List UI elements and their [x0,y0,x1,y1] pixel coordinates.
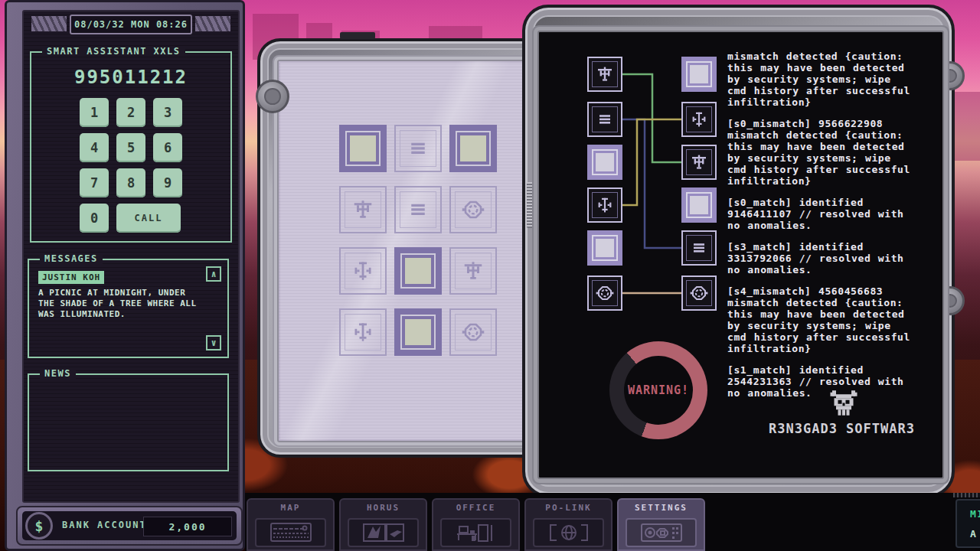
key-3[interactable]: 3 [153,98,182,127]
tab-po-link[interactable]: PO-LINK [524,498,612,551]
glyph-tile-lines[interactable] [681,230,717,266]
bottom-navbar: MAPHORUSOFFICEPO-LINKSETTINGS MISSION NA… [245,493,980,551]
tab-label: OFFICE [433,500,518,515]
news-panel: NEWS [28,373,229,471]
tablet-ridge [527,182,534,228]
phone-panel: 08/03/32 MON 08:26 SMART ASSISTANT XXLS … [5,0,245,551]
message-sender[interactable]: JUSTIN KOH [38,271,104,284]
glyph-tile-octagon[interactable] [449,308,497,356]
glyph-grid [339,125,497,356]
currency-icon: $ [25,512,53,540]
key-1[interactable]: 1 [80,98,109,127]
mission-name-label: MISSION NAME [970,508,980,520]
selected-tile-square[interactable] [681,187,717,223]
glyph-tile-torii[interactable] [339,186,387,233]
tab-label: HORUS [341,500,426,515]
mission-name-value: A PICNIC AT MIDNIGHT [970,528,980,540]
selected-tile-square[interactable] [587,145,622,180]
glyph-tile-lines[interactable] [394,125,442,172]
glyph-tile-torii[interactable] [681,145,717,180]
plate-wing-left [31,16,67,31]
tab-settings[interactable]: SETTINGS [617,498,705,551]
glyph-tile-key[interactable] [681,102,717,137]
key-6[interactable]: 6 [153,133,182,162]
tab-label: MAP [248,500,333,515]
tablet-notch [340,32,375,39]
glyph-tile-octagon[interactable] [681,276,717,311]
selected-tile-square[interactable] [339,125,387,172]
key-0[interactable]: 0 [80,204,109,233]
terminal-screen: WARNING! mismatch detected {caution: thi… [537,31,944,479]
glyph-tile-lines[interactable] [394,186,442,233]
key-7[interactable]: 7 [80,168,109,197]
selected-tile-square[interactable] [587,230,622,266]
glyph-tile-key[interactable] [587,187,622,223]
bank-account-label: BANK ACCOUNT [62,520,147,530]
smart-assistant-title: SMART ASSISTANT XXLS [42,46,185,57]
message-body: A PICNIC AT MIDNIGHT, UNDER THE SHADE OF… [38,288,202,320]
horus-icon [348,518,419,547]
messages-panel: MESSAGES JUSTIN KOH A PICNIC AT MIDNIGHT… [28,259,229,358]
plate-wing-right [195,16,230,31]
tab-horus[interactable]: HORUS [339,498,427,551]
warning-label: WARNING! [609,341,707,439]
selected-tile-square[interactable] [394,308,442,356]
scroll-down-button[interactable]: ∨ [206,335,221,350]
selected-tile-square[interactable] [449,125,497,172]
glyph-tile-key[interactable] [339,308,387,356]
news-title: NEWS [40,368,76,379]
diagram-nodes [539,32,942,478]
office-icon [440,518,511,547]
selected-tile-square[interactable] [394,247,442,295]
settings-icon [626,518,697,547]
key-5[interactable]: 5 [116,133,145,162]
glyph-tile-key[interactable] [339,247,387,295]
key-4[interactable]: 4 [80,133,109,162]
glyph-tile-torii[interactable] [587,57,622,92]
tab-label: PO-LINK [526,500,611,515]
selected-tile-square[interactable] [681,57,717,92]
glyph-tile-octagon[interactable] [449,186,497,233]
key-8[interactable]: 8 [116,168,145,197]
map-icon [255,518,326,547]
glyph-tile-octagon[interactable] [587,276,622,311]
glyph-tile-lines[interactable] [587,102,622,137]
dialed-number-display: 995011212 [30,67,232,88]
tab-label: SETTINGS [619,500,704,515]
glyph-tile-torii[interactable] [449,247,497,295]
key-2[interactable]: 2 [116,98,145,127]
polink-icon [533,518,604,547]
messages-title: MESSAGES [40,253,103,264]
tab-office[interactable]: OFFICE [432,498,520,551]
bank-balance-value: 2,000 [143,517,232,536]
city-silhouette [954,92,980,161]
hinge-bolt [256,80,289,113]
mission-panel: MISSION NAME A PICNIC AT MIDNIGHT MISSIO… [956,499,980,548]
scroll-up-button[interactable]: ∧ [206,266,221,282]
status-bar-clock: 08/03/32 MON 08:26 [70,15,192,34]
call-button[interactable]: CALL [116,204,181,233]
tab-map[interactable]: MAP [247,498,335,551]
ticker-strip [953,493,980,497]
key-9[interactable]: 9 [153,168,182,197]
